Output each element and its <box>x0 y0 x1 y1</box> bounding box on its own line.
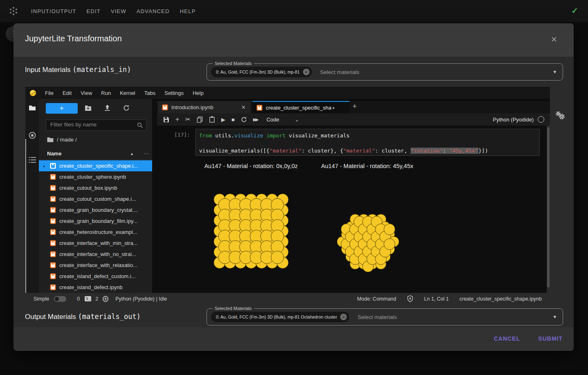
kernels-count[interactable]: 2 <box>95 296 98 302</box>
menu-input-output[interactable]: INPUT/OUTPUT <box>31 8 76 14</box>
notebook-content[interactable]: [17]: from utils.visualize import visual… <box>157 126 550 293</box>
modal-footer: CANCEL SUBMIT <box>13 327 574 351</box>
cancel-button[interactable]: CANCEL <box>494 335 520 342</box>
upload-icon[interactable] <box>104 105 110 111</box>
unsaved-changes-dot[interactable]: ● <box>332 106 334 110</box>
sort-ascending-icon[interactable]: ▲ <box>130 152 134 156</box>
terminals-count[interactable]: 0 <box>77 296 80 302</box>
jp-menu-edit[interactable]: Edit <box>63 90 72 96</box>
notebook-file-icon <box>50 273 56 279</box>
jupyterlite-transformation-modal: JupyterLite Transformation ✕ Input Mater… <box>13 23 574 351</box>
new-folder-icon[interactable] <box>85 105 92 111</box>
submit-button[interactable]: SUBMIT <box>538 335 563 342</box>
notebook-file-icon <box>50 218 56 224</box>
filter-files-input[interactable] <box>49 121 133 128</box>
save-icon[interactable] <box>163 117 169 123</box>
table-of-contents-icon[interactable] <box>29 157 36 163</box>
running-kernels-icon[interactable] <box>29 132 36 139</box>
file-row[interactable]: create_grain_boundary_crystal.... <box>39 204 152 216</box>
file-row[interactable]: create_island_defect.ipynb <box>39 282 152 293</box>
modal-header: JupyterLite Transformation ✕ <box>13 23 574 56</box>
menu-edit[interactable]: EDIT <box>86 8 100 14</box>
new-launcher-button[interactable]: + <box>46 103 78 114</box>
file-row[interactable]: create_interface_with_min_stra... <box>39 238 152 249</box>
mode-indicator[interactable]: Mode: Command <box>357 296 396 302</box>
search-icon <box>137 122 143 128</box>
header-more-icon[interactable]: ⋯ <box>144 150 149 157</box>
output-materials-label: Output Materials (materials_out) <box>25 312 141 321</box>
close-icon[interactable]: ✕ <box>551 35 557 44</box>
add-cell-icon[interactable]: + <box>175 116 179 123</box>
output-label-left: Au147 - Material - rotation: 0x,0y,0z <box>204 163 298 169</box>
file-name: create_grain_boundary_crystal.... <box>59 207 138 213</box>
app-logo-icon[interactable] <box>8 6 19 16</box>
refresh-icon[interactable] <box>123 105 130 111</box>
tab-create-cluster-specific-shape[interactable]: create_cluster_specific_sha ● <box>252 101 350 113</box>
cut-cells-icon[interactable]: ✂ <box>185 116 191 123</box>
notebook-scrollbar[interactable] <box>547 126 550 293</box>
file-row[interactable]: create_cutout_box.ipynb <box>39 182 152 193</box>
run-cell-icon[interactable]: ▶ <box>221 117 225 123</box>
file-name: create_island_defect_custom.i... <box>59 273 135 279</box>
menu-advanced[interactable]: ADVANCED <box>137 8 170 14</box>
add-tab-icon[interactable]: + <box>352 102 357 111</box>
file-row[interactable]: create_cluster_sphere.ipynb <box>39 171 152 182</box>
interrupt-kernel-icon[interactable]: ■ <box>231 117 235 123</box>
file-row[interactable]: create_grain_boundary_film.ipy... <box>39 216 152 227</box>
jp-menu-view[interactable]: View <box>81 90 92 96</box>
simple-mode-label: Simple <box>34 296 49 302</box>
copy-cells-icon[interactable] <box>197 117 203 123</box>
chip-remove-icon[interactable]: ✕ <box>303 69 310 75</box>
simple-mode-toggle[interactable] <box>54 296 66 302</box>
tab-close-icon[interactable]: ✕ <box>241 104 246 110</box>
output-material-chip[interactable]: 0: Au, Gold, FCC (Fm-3m) 3D (Bulk), mp-8… <box>211 312 349 322</box>
file-row[interactable]: create_island_defect_custom.i... <box>39 271 152 282</box>
menu-view[interactable]: VIEW <box>111 8 126 14</box>
select-materials-placeholder: Select materials <box>357 314 397 320</box>
file-row[interactable]: create_cutout_custom_shape.i... <box>39 193 152 204</box>
jp-menu-run[interactable]: Run <box>101 90 111 96</box>
jp-menu-tabs[interactable]: Tabs <box>144 90 155 96</box>
file-name: create_island_defect.ipynb <box>59 284 123 290</box>
file-row[interactable]: create_heterostructure_exampl... <box>39 227 152 238</box>
input-materials-label-text: Input Materials <box>25 66 72 74</box>
file-browser-icon[interactable] <box>29 105 36 111</box>
file-row[interactable]: create_interface_with_relaxatio... <box>39 260 152 271</box>
jupyterlab-widget: File Edit View Run Kernel Tabs Settings … <box>25 87 550 305</box>
restart-run-all-icon[interactable]: ▶▶ <box>253 117 258 122</box>
jp-menu-kernel[interactable]: Kernel <box>120 90 135 96</box>
restart-kernel-icon[interactable] <box>241 117 247 123</box>
chip-remove-icon[interactable]: ✕ <box>340 314 347 320</box>
output-materials-select[interactable]: Selected Materials 0: Au, Gold, FCC (Fm-… <box>206 308 563 326</box>
widget-settings-icon[interactable] <box>554 110 566 122</box>
paste-cells-icon[interactable] <box>209 116 215 123</box>
tab-label: Introduction.ipynb <box>171 104 213 110</box>
cell-type-select[interactable]: Code <box>267 117 279 123</box>
input-material-chip[interactable]: 0: Au, Gold, FCC (Fm-3m) 3D (Bulk), mp-8… <box>211 67 312 77</box>
jp-menu-help[interactable]: Help <box>193 90 204 96</box>
breadcrumb-path: / made / <box>57 137 77 143</box>
cursor-position[interactable]: Ln 1, Col 1 <box>424 296 449 302</box>
trust-shield-icon[interactable] <box>407 295 413 302</box>
input-materials-select[interactable]: Selected Materials 0: Au, Gold, FCC (Fm-… <box>206 63 563 81</box>
jp-menu-settings[interactable]: Settings <box>164 90 184 96</box>
file-row[interactable]: ●create_cluster_specific_shape.i... <box>39 160 152 171</box>
kernel-status-icon[interactable] <box>538 116 544 123</box>
dropdown-caret-icon[interactable]: ▾ <box>553 69 556 75</box>
menu-help[interactable]: HELP <box>180 8 196 14</box>
file-list-header[interactable]: Name ▲ ⋯ <box>39 149 152 160</box>
app-bar: INPUT/OUTPUT EDIT VIEW ADVANCED HELP ✓ <box>0 0 588 22</box>
breadcrumb[interactable]: / made / <box>47 137 77 143</box>
file-row[interactable]: create_interface_with_no_strai... <box>39 249 152 260</box>
check-icon[interactable]: ✓ <box>571 6 578 16</box>
jp-menu-file[interactable]: File <box>45 90 54 96</box>
kernel-name-button[interactable]: Python (Pyodide) <box>493 117 534 123</box>
cell-type-caret-icon[interactable]: ⌄ <box>295 117 299 123</box>
open-file-bullet: ● <box>43 164 45 168</box>
file-name: create_cutout_box.ipynb <box>59 185 117 191</box>
dropdown-caret-icon[interactable]: ▾ <box>553 314 556 320</box>
code-cell[interactable]: from utils.visualize import visualize_ma… <box>195 129 540 156</box>
status-bar: Simple 0 $_ 2 Python (Pyodide) | Idle Mo… <box>25 293 550 305</box>
kernel-status-text[interactable]: Python (Pyodide) | Idle <box>115 296 167 302</box>
tab-introduction[interactable]: Introduction.ipynb ✕ <box>158 101 251 113</box>
